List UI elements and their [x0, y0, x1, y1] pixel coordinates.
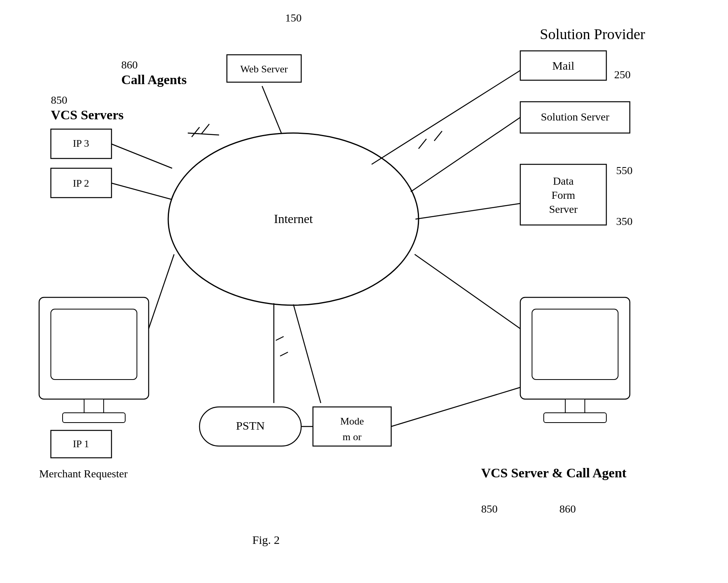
svg-line-21 [149, 254, 174, 329]
diagram-container: Internet Web Server 150 Solution Provide… [0, 0, 728, 583]
data-form-server-number2: 350 [616, 215, 633, 227]
svg-line-16 [201, 124, 209, 134]
data-form-server-label2: Form [552, 189, 575, 201]
svg-line-34 [391, 387, 520, 426]
solution-provider-label: Solution Provider [540, 26, 645, 42]
svg-line-12 [111, 144, 172, 168]
data-form-server-number1: 550 [616, 164, 633, 176]
svg-line-4 [419, 139, 426, 149]
network-diagram: Internet Web Server 150 Solution Provide… [0, 0, 728, 583]
data-form-server-label1: Data [553, 175, 574, 187]
svg-line-24 [293, 304, 321, 403]
svg-line-26 [280, 352, 288, 356]
web-server-number: 150 [285, 12, 302, 24]
svg-rect-18 [51, 309, 137, 380]
call-agents-label: Call Agents [121, 72, 187, 87]
svg-line-15 [192, 127, 200, 137]
ip2-label: IP 2 [73, 178, 89, 189]
vcs-server-call-agent-label: VCS Server & Call Agent [481, 466, 627, 480]
vcs-servers-number: 850 [51, 94, 67, 106]
svg-line-3 [372, 70, 520, 164]
svg-rect-20 [63, 413, 125, 423]
svg-line-9 [415, 203, 520, 219]
call-bottom-number: 860 [559, 503, 576, 515]
ip3-label: IP 3 [73, 138, 89, 149]
modem-label2: m or [343, 431, 362, 443]
svg-line-7 [411, 117, 520, 192]
call-agents-number: 860 [121, 59, 138, 71]
svg-line-5 [434, 131, 442, 141]
svg-rect-31 [532, 309, 618, 380]
solution-server-label: Solution Server [541, 111, 610, 123]
vcs-servers-label: VCS Servers [51, 108, 124, 122]
svg-line-35 [415, 254, 520, 329]
data-form-server-label3: Server [549, 203, 578, 215]
mail-label: Mail [552, 59, 575, 72]
ip1-label: IP 1 [73, 438, 89, 450]
svg-line-0 [262, 86, 282, 134]
merchant-requester-label: Merchant Requester [39, 468, 128, 480]
svg-line-13 [111, 183, 172, 200]
svg-line-25 [276, 336, 284, 340]
figure-label: Fig. 2 [252, 533, 280, 546]
pstn-label: PSTN [236, 419, 264, 432]
web-server-label: Web Server [240, 63, 288, 75]
internet-label: Internet [274, 212, 313, 226]
svg-rect-33 [544, 413, 606, 423]
mail-number: 250 [614, 68, 631, 81]
vcs-bottom-number: 850 [481, 503, 498, 515]
svg-line-14 [188, 133, 219, 135]
modem-label1: Mode [340, 416, 364, 427]
